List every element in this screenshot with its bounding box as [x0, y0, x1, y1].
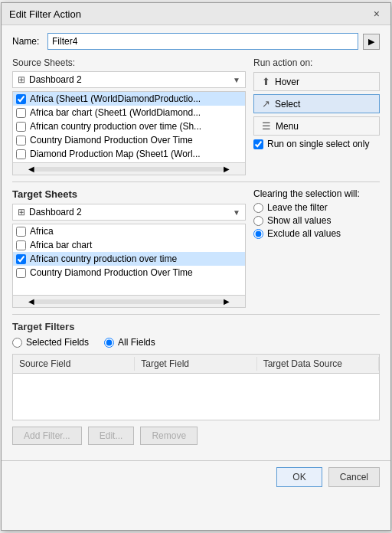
all-fields-option: All Fields — [104, 337, 155, 348]
source-sheets-section: Source Sheets: ⊞ Dashboard 2 ▼ Africa (S… — [12, 57, 246, 175]
source-sheets-label: Source Sheets: — [12, 57, 246, 68]
filter-table-body — [13, 374, 379, 420]
all-fields-label: All Fields — [118, 337, 155, 348]
exclude-label: Exclude all values — [267, 228, 341, 239]
list-item[interactable]: Africa bar chart (Sheet1 (WorldDiamond..… — [13, 106, 245, 119]
list-item[interactable]: Country Diamond Production Over Time — [13, 133, 245, 147]
source-item-check-4[interactable] — [16, 149, 26, 159]
name-label: Name: — [12, 36, 43, 47]
show-values-row: Show all values — [253, 215, 380, 226]
source-item-check-0[interactable] — [16, 94, 26, 104]
target-item-check-1[interactable] — [16, 240, 26, 250]
divider-2 — [12, 314, 380, 315]
clearing-section: Clearing the selection will: Leave the f… — [253, 188, 380, 302]
edit-button[interactable]: Edit... — [88, 427, 135, 445]
run-action-label: Run action on: — [253, 57, 380, 68]
target-filters-label: Target Filters — [12, 321, 380, 332]
source-item-text-3: Country Diamond Production Over Time — [30, 135, 193, 146]
hover-button[interactable]: ⬆ Hover — [253, 72, 380, 91]
list-item[interactable]: Africa (Sheet1 (WorldDiamondProductio... — [13, 92, 245, 106]
select-button[interactable]: ↗ Select — [253, 94, 380, 113]
target-clearing-row: Target Sheets ⊞ Dashboard 2 ▼ Africa Afr… — [12, 188, 380, 308]
source-dropdown-text: Dashboard 2 — [29, 74, 233, 85]
ok-button[interactable]: OK — [276, 467, 322, 487]
target-filters-section: Target Filters Selected Fields All Field… — [12, 321, 380, 420]
select-label: Select — [275, 99, 300, 110]
name-arrow-button[interactable]: ▶ — [363, 34, 380, 50]
menu-button[interactable]: ☰ Menu — [253, 116, 380, 136]
scrollbar-track — [34, 167, 224, 172]
scrollbar-track-2 — [34, 299, 224, 304]
add-filter-button[interactable]: Add Filter... — [12, 427, 82, 445]
menu-icon: ☰ — [262, 120, 271, 132]
show-label: Show all values — [267, 215, 331, 226]
source-item-check-3[interactable] — [16, 136, 26, 146]
filter-table-header: Source Field Target Field Target Data So… — [13, 355, 379, 374]
source-run-row: Source Sheets: ⊞ Dashboard 2 ▼ Africa (S… — [12, 57, 380, 175]
show-radio[interactable] — [253, 216, 263, 226]
filter-table: Source Field Target Field Target Data So… — [12, 354, 380, 420]
leave-radio[interactable] — [253, 203, 263, 213]
clearing-label: Clearing the selection will: — [253, 188, 380, 199]
dialog-footer: OK Cancel — [2, 460, 390, 493]
cancel-button[interactable]: Cancel — [328, 467, 380, 487]
run-action-section: Run action on: ⬆ Hover ↗ Select ☰ Menu R… — [253, 57, 380, 175]
close-button[interactable]: × — [371, 8, 383, 20]
list-item[interactable]: African country production over time (Sh… — [13, 119, 245, 133]
source-item-text-1: Africa bar chart (Sheet1 (WorldDiamond..… — [30, 107, 201, 118]
list-item[interactable]: African country production over time — [13, 252, 245, 266]
selected-fields-option: Selected Fields — [12, 337, 89, 348]
remove-button[interactable]: Remove — [140, 427, 198, 445]
selected-fields-radio[interactable] — [12, 338, 22, 348]
hover-icon: ⬆ — [262, 76, 270, 87]
all-fields-radio[interactable] — [104, 338, 114, 348]
dialog-title: Edit Filter Action — [9, 8, 81, 20]
single-select-label: Run on single select only — [267, 139, 369, 149]
source-item-text-4: Diamond Production Map (Sheet1 (Worl... — [30, 149, 201, 159]
filter-radio-row: Selected Fields All Fields — [12, 337, 380, 348]
source-item-check-1[interactable] — [16, 108, 26, 118]
target-dropdown-text: Dashboard 2 — [29, 207, 233, 217]
target-item-text-0: Africa — [30, 226, 54, 237]
bottom-buttons-row: Add Filter... Edit... Remove — [12, 427, 380, 445]
single-select-row: Run on single select only — [253, 139, 380, 149]
list-item[interactable]: Africa — [13, 224, 245, 238]
target-sheets-section: Target Sheets ⊞ Dashboard 2 ▼ Africa Afr… — [12, 188, 246, 308]
edit-filter-action-dialog: Edit Filter Action × Name: ▶ Source Shee… — [1, 2, 391, 531]
target-item-check-3[interactable] — [16, 268, 26, 278]
target-item-check-0[interactable] — [16, 227, 26, 237]
source-dropdown-icon: ⊞ — [18, 74, 25, 85]
target-item-check-2[interactable] — [16, 254, 26, 264]
col-source-field: Source Field — [13, 357, 135, 371]
target-item-text-2: African country production over time — [30, 253, 177, 264]
source-dropdown-arrow: ▼ — [233, 76, 240, 84]
col-target-field: Target Field — [135, 357, 256, 371]
dialog-content: Name: ▶ Source Sheets: ⊞ Dashboard 2 ▼ A… — [2, 25, 390, 460]
selected-fields-label: Selected Fields — [26, 337, 89, 348]
menu-label: Menu — [276, 121, 299, 132]
target-item-text-1: Africa bar chart — [30, 240, 92, 250]
exclude-radio[interactable] — [253, 229, 263, 239]
source-sheets-list[interactable]: Africa (Sheet1 (WorldDiamondProductio...… — [12, 91, 246, 163]
source-item-text-2: African country production over time (Sh… — [30, 121, 201, 132]
target-h-scrollbar[interactable]: ◀ ▶ — [12, 296, 246, 308]
name-input[interactable] — [47, 33, 358, 50]
target-sheets-title: Target Sheets — [12, 188, 246, 200]
source-item-check-2[interactable] — [16, 122, 26, 132]
leave-label: Leave the filter — [267, 202, 328, 213]
title-bar: Edit Filter Action × — [2, 3, 390, 25]
list-item[interactable]: Africa bar chart — [13, 238, 245, 252]
source-item-text-0: Africa (Sheet1 (WorldDiamondProductio... — [30, 93, 201, 104]
target-sheets-list[interactable]: Africa Africa bar chart African country … — [12, 224, 246, 296]
leave-filter-row: Leave the filter — [253, 202, 380, 213]
list-item[interactable]: Diamond Production Map (Sheet1 (Worl... — [13, 147, 245, 161]
exclude-values-row: Exclude all values — [253, 228, 380, 239]
target-dropdown-arrow: ▼ — [233, 208, 240, 217]
source-sheets-dropdown[interactable]: ⊞ Dashboard 2 ▼ — [12, 71, 246, 88]
hover-label: Hover — [275, 77, 299, 87]
list-item[interactable]: Country Diamond Production Over Time — [13, 266, 245, 280]
target-sheets-dropdown[interactable]: ⊞ Dashboard 2 ▼ — [12, 204, 246, 221]
target-dropdown-icon: ⊞ — [18, 207, 25, 217]
source-h-scrollbar[interactable]: ◀ ▶ — [12, 163, 246, 175]
single-select-checkbox[interactable] — [253, 139, 263, 149]
